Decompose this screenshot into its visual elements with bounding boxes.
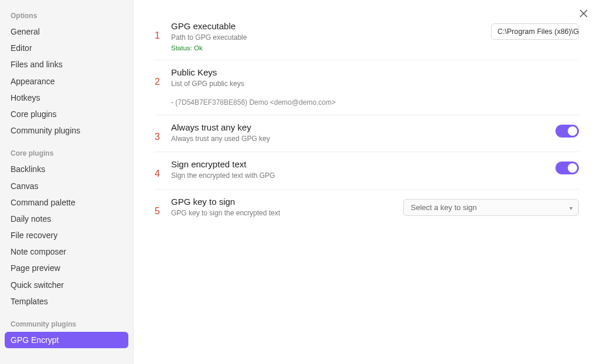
sidebar-item-quick-switcher[interactable]: Quick switcher <box>5 277 128 293</box>
setting-description: List of GPG public keys <box>171 79 579 89</box>
sign-encrypted-toggle[interactable] <box>555 162 579 174</box>
setting-description: Path to GPG executable <box>171 33 491 43</box>
setting-number: 5 <box>155 197 171 217</box>
sidebar-item-gpg-encrypt[interactable]: GPG Encrypt <box>5 332 128 348</box>
setting-gpg-executable: 1 GPG executable Path to GPG executable … <box>155 14 579 60</box>
sidebar-item-core-plugins[interactable]: Core plugins <box>5 106 128 122</box>
setting-description: Sign the encrypted text with GPG <box>171 171 555 181</box>
select-placeholder: Select a key to sign <box>411 203 477 212</box>
sidebar-item-files-and-links[interactable]: Files and links <box>5 56 128 73</box>
sidebar-item-templates[interactable]: Templates <box>5 293 128 310</box>
setting-title: Public Keys <box>171 67 579 77</box>
sidebar-item-backlinks[interactable]: Backlinks <box>5 161 128 177</box>
section-heading-options: Options <box>5 8 128 23</box>
setting-title: GPG key to sign <box>171 197 403 207</box>
chevron-down-icon: ▾ <box>570 204 572 211</box>
sidebar-item-command-palette[interactable]: Command palette <box>5 194 128 211</box>
setting-title: Always trust any key <box>171 122 555 132</box>
section-heading-community-plugins: Community plugins <box>5 310 128 332</box>
close-button[interactable] <box>577 7 591 21</box>
setting-description: Always trust any used GPG key <box>171 134 555 144</box>
sidebar-item-daily-notes[interactable]: Daily notes <box>5 211 128 227</box>
settings-content: 1 GPG executable Path to GPG executable … <box>134 0 600 364</box>
settings-sidebar: Options General Editor Files and links A… <box>0 0 134 364</box>
setting-title: Sign encrypted text <box>171 159 555 169</box>
setting-description: GPG key to sign the encrypted text <box>171 208 403 218</box>
setting-number: 4 <box>155 159 171 179</box>
setting-number: 1 <box>155 21 171 41</box>
setting-sign-encrypted: 4 Sign encrypted text Sign the encrypted… <box>155 152 579 190</box>
public-key-item: - (7D54B7EF378BE856) Demo <demo@demo.com… <box>171 98 579 107</box>
setting-gpg-sign-key: 5 GPG key to sign GPG key to sign the en… <box>155 190 579 221</box>
gpg-executable-input[interactable]: C:\Program Files (x86)\Gn <box>491 23 579 40</box>
setting-title: GPG executable <box>171 21 491 31</box>
gpg-sign-key-select[interactable]: Select a key to sign ▾ <box>403 199 579 216</box>
section-heading-core-plugins: Core plugins <box>5 139 128 161</box>
setting-public-keys: 2 Public Keys List of GPG public keys - … <box>155 60 579 115</box>
setting-status: Status: Ok <box>171 44 491 51</box>
sidebar-item-appearance[interactable]: Appearance <box>5 73 128 90</box>
setting-number: 3 <box>155 122 171 142</box>
setting-number: 2 <box>155 67 171 87</box>
always-trust-toggle[interactable] <box>555 125 579 138</box>
sidebar-item-editor[interactable]: Editor <box>5 40 128 56</box>
sidebar-item-general[interactable]: General <box>5 23 128 40</box>
sidebar-item-hotkeys[interactable]: Hotkeys <box>5 90 128 106</box>
sidebar-item-page-preview[interactable]: Page preview <box>5 260 128 276</box>
setting-always-trust: 3 Always trust any key Always trust any … <box>155 115 579 153</box>
sidebar-item-note-composer[interactable]: Note composer <box>5 243 128 260</box>
sidebar-item-community-plugins[interactable]: Community plugins <box>5 122 128 139</box>
sidebar-item-canvas[interactable]: Canvas <box>5 178 128 194</box>
sidebar-item-file-recovery[interactable]: File recovery <box>5 227 128 243</box>
close-icon <box>579 8 588 20</box>
